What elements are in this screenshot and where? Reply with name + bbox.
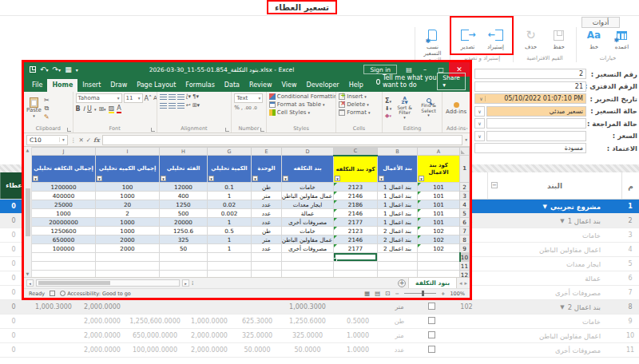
ribbon-display-options-icon[interactable]: ▤ — [401, 66, 417, 73]
sheet-cell[interactable] — [252, 253, 282, 262]
sheet-cell[interactable]: 2000 — [96, 235, 160, 244]
sheet-cell[interactable]: 1250 — [160, 200, 208, 209]
row-header[interactable]: 8 — [460, 235, 470, 244]
sheet-cell[interactable]: عدد — [252, 218, 282, 227]
sheet-cell[interactable]: 25000 — [32, 200, 96, 209]
zoom-slider[interactable] — [404, 293, 436, 294]
scroll-up-icon[interactable]: ▲ — [26, 148, 30, 152]
ribbon-tab-home[interactable]: Home — [47, 79, 77, 92]
worksheet-grid[interactable]: ABCDEGHIJ1كود بند الاعمال▾بند الأعمال▾كو… — [32, 147, 470, 277]
horizontal-scroll-thumb[interactable] — [38, 281, 110, 285]
scroll-down-icon[interactable]: ▼ — [26, 271, 30, 276]
sheet-cell[interactable]: 2186 — [334, 200, 378, 209]
dropdown-button[interactable]: ∨ — [474, 131, 485, 141]
copy-icon[interactable]: ⧉ — [44, 105, 49, 113]
ribbon-tab-insert[interactable]: Insert — [77, 79, 105, 92]
addins-button-label[interactable]: Add-ins — [446, 109, 466, 115]
row-header[interactable]: 7 — [460, 227, 470, 235]
column-letter-H[interactable]: H — [160, 148, 208, 156]
sheet-cell[interactable]: 1000 — [96, 227, 160, 235]
sheet-cell[interactable]: 102 — [418, 227, 460, 235]
form-field-input[interactable] — [486, 118, 586, 129]
row-checkbox[interactable] — [428, 346, 435, 353]
row-header[interactable]: 10 — [460, 253, 470, 262]
sheet-cell[interactable]: بند اعمال 1 — [378, 183, 418, 192]
sheet-cell[interactable] — [418, 262, 460, 271]
sheet-cell[interactable]: بند اعمال 2 — [378, 227, 418, 235]
sheet-cell[interactable] — [96, 253, 160, 262]
clipboard-dialog-launcher[interactable] — [67, 128, 71, 132]
font-color-icon[interactable]: A — [117, 105, 121, 113]
sheet-cell[interactable]: عدد — [252, 209, 282, 218]
ribbon-item[interactable]: Conditional Formatting▾ — [269, 93, 336, 100]
filter-icon[interactable]: ▾ — [97, 176, 102, 181]
sheet-cell[interactable] — [378, 262, 418, 271]
ribbon-item[interactable]: Delete▾ — [339, 101, 369, 108]
sheet-cell[interactable]: 0.5 — [208, 227, 252, 235]
sheet-cell[interactable] — [282, 262, 334, 271]
doc-gear-button[interactable]: نسب التسعير — [419, 27, 446, 57]
sheet-cell[interactable]: 101 — [418, 209, 460, 218]
sheet-cell[interactable]: 500 — [160, 209, 208, 218]
tell-me-box[interactable]: Tell me what you want to do — [368, 74, 437, 92]
sheet-cell[interactable]: 325 — [160, 235, 208, 244]
import-button[interactable]: إستيراد — [482, 27, 509, 50]
redo-icon[interactable]: ↷▾ — [53, 65, 62, 73]
sheet-cell[interactable]: متر — [252, 235, 282, 244]
expand-formula-bar-icon[interactable]: ▾ — [465, 137, 467, 142]
form-field-input[interactable] — [486, 131, 586, 141]
wrap-text-icon[interactable]: ↩ — [186, 102, 191, 109]
ribbon-tab-view[interactable]: View — [276, 79, 301, 92]
filter-icon[interactable]: ▾ — [419, 176, 424, 181]
refresh-button[interactable]: حذف — [518, 27, 544, 50]
page-break-view-icon[interactable]: ⊡ — [385, 290, 390, 297]
sheet-cell[interactable]: 1200000 — [32, 183, 96, 192]
row-header[interactable]: 4 — [460, 200, 470, 209]
sheet-cell[interactable]: 100000 — [32, 244, 96, 253]
sheet-cell[interactable]: ايجار معدات — [282, 200, 334, 209]
sheet-cell[interactable]: مصروفات أخرى — [282, 244, 334, 253]
ribbon-tab-help[interactable]: Help — [344, 79, 368, 92]
sheet-cell[interactable]: بند اعمال 2 — [378, 244, 418, 253]
number-format-select[interactable]: Text ▾ — [234, 93, 263, 103]
sheet-cell[interactable]: 2146 — [334, 235, 378, 244]
font-dialog-launcher[interactable] — [151, 128, 155, 132]
sheet-cell[interactable]: 101 — [418, 183, 460, 192]
column-letter-B[interactable]: B — [378, 148, 418, 156]
align-center-icon[interactable] — [169, 103, 176, 109]
sheet-cell[interactable] — [32, 271, 96, 278]
minimize-button[interactable]: – — [417, 66, 433, 73]
ribbon-item[interactable]: Cell Styles▾ — [269, 109, 310, 116]
filter-icon[interactable]: ▾ — [161, 176, 166, 181]
row-checkbox[interactable] — [428, 317, 435, 324]
row-header[interactable]: 11 — [460, 262, 470, 271]
fill-color-icon[interactable]: ▨ — [109, 105, 115, 113]
italic-button[interactable]: I — [83, 105, 85, 113]
autosum-icon[interactable]: Σ▾ — [385, 97, 391, 105]
filter-icon[interactable]: ▾ — [33, 176, 38, 181]
column-letter-G[interactable]: G — [208, 148, 252, 156]
row-header[interactable]: 9 — [460, 244, 470, 253]
sheet-cell[interactable]: 2177 — [334, 244, 378, 253]
ribbon-item[interactable]: Format▾ — [339, 109, 370, 116]
sheet-cell[interactable]: عدد — [252, 244, 282, 253]
bold-button[interactable]: B — [76, 105, 81, 113]
sheet-cell[interactable]: طن — [252, 183, 282, 192]
sheet-nav-prev-icon[interactable]: ◂ — [459, 280, 462, 287]
hscroll-right-icon[interactable]: ▸ — [182, 279, 189, 287]
clear-icon[interactable]: ◆▾ — [385, 113, 391, 119]
cut-icon[interactable]: ✂ — [44, 97, 50, 104]
sheet-cell[interactable] — [160, 271, 208, 278]
sheet-cell[interactable]: عمال مقاولين الباطن — [282, 235, 334, 244]
align-bottom-icon[interactable] — [177, 94, 185, 100]
filter-icon[interactable]: ▾ — [335, 176, 340, 181]
form-field-input[interactable]: 2 — [474, 69, 586, 79]
expand-icon[interactable]: ▼ — [560, 218, 564, 224]
sheet-cell[interactable]: 1000 — [96, 192, 160, 200]
sheet-cell[interactable]: 102 — [418, 235, 460, 244]
new-sheet-icon[interactable]: + — [398, 279, 406, 287]
collapse-icon[interactable]: − — [491, 182, 498, 188]
form-field-input[interactable]: 05/10/2022 01:07:10 PM∨ — [474, 93, 586, 104]
table-row[interactable]: 11مصروفات أخرىعدد1.000050.000050.00002,0… — [0, 343, 639, 358]
sheet-cell[interactable] — [160, 253, 208, 262]
